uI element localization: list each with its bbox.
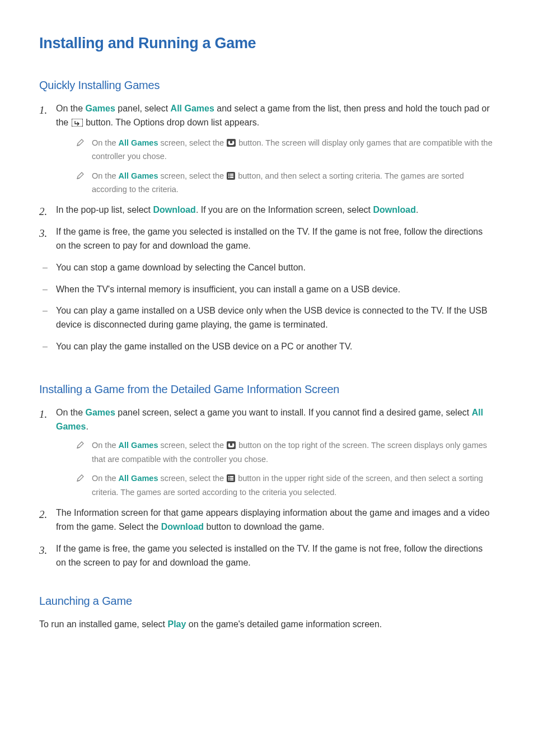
step-number: 3.	[39, 225, 47, 241]
pencil-icon	[76, 138, 84, 146]
controller-icon	[227, 440, 236, 452]
svg-rect-20	[230, 479, 233, 480]
step-number: 1.	[39, 406, 47, 422]
pencil-icon	[76, 440, 84, 448]
step-1: 1. On the Games panel, select All Games …	[56, 102, 495, 195]
note-text: screen, select the	[158, 171, 226, 180]
quick-install-steps: 1. On the Games panel, select All Games …	[39, 102, 495, 253]
section-heading-detailed-install: Installing a Game from the Detailed Game…	[39, 383, 495, 396]
step-text: button to download the game.	[204, 522, 324, 531]
keyword-all-games: All Games	[119, 138, 158, 147]
list-item: When the TV's internal memory is insuffi…	[56, 283, 495, 297]
keyword-download: Download	[153, 205, 195, 214]
list-icon	[227, 171, 235, 183]
svg-rect-2	[227, 139, 236, 147]
list-item: You can play the game installed on the U…	[56, 340, 495, 354]
step-number: 2.	[39, 203, 47, 220]
step-text: .	[86, 422, 88, 431]
list-item: You can stop a game download by selectin…	[56, 261, 495, 275]
step-3: 3. If the game is free, the game you sel…	[56, 225, 495, 253]
svg-rect-7	[228, 175, 229, 176]
svg-rect-10	[230, 177, 233, 178]
step-2: 2. The Information screen for that game …	[56, 506, 495, 534]
step-number: 2.	[39, 506, 47, 522]
step-1: 1. On the Games panel screen, select a g…	[56, 406, 495, 498]
svg-rect-8	[230, 175, 233, 176]
svg-rect-12	[227, 441, 236, 449]
svg-rect-18	[230, 478, 233, 479]
svg-rect-9	[228, 177, 229, 178]
step-1-notes: On the All Games screen, select the butt…	[56, 137, 495, 196]
note-text: On the	[92, 441, 119, 450]
keyword-all-games: All Games	[171, 104, 214, 113]
svg-rect-15	[228, 476, 229, 477]
svg-rect-16	[230, 476, 233, 477]
note: On the All Games screen, select the butt…	[76, 472, 495, 498]
note-text: On the	[92, 138, 119, 147]
list-item: You can play a game installed on a USB d…	[56, 304, 495, 332]
step-number: 3.	[39, 542, 47, 558]
svg-rect-6	[230, 174, 233, 175]
section-heading-quick-install: Quickly Installing Games	[39, 79, 495, 92]
step-text: . If you are on the Information screen, …	[196, 205, 373, 214]
page-title: Installing and Running a Game	[39, 35, 495, 52]
enter-button-icon	[72, 117, 83, 131]
para-text: To run an installed game, select	[39, 619, 167, 629]
step-text: panel, select	[115, 104, 171, 113]
keyword-all-games: All Games	[119, 171, 158, 180]
step-text: button. The Options drop down list appea…	[83, 118, 260, 127]
keyword-all-games: All Games	[119, 441, 158, 450]
step-3: 3. If the game is free, the game you sel…	[56, 542, 495, 570]
keyword-play: Play	[167, 619, 186, 629]
note: On the All Games screen, select the butt…	[76, 137, 495, 163]
step-text: If the game is free, the game you select…	[56, 544, 483, 567]
step-text: On the	[56, 104, 85, 113]
list-icon	[227, 473, 235, 486]
keyword-games: Games	[85, 408, 115, 417]
keyword-download: Download	[373, 205, 415, 214]
step-text: .	[416, 205, 418, 214]
note-text: screen, select the	[158, 441, 226, 450]
controller-icon	[227, 138, 236, 150]
note-text: On the	[92, 474, 119, 483]
step-text: panel screen, select a game you want to …	[115, 408, 472, 417]
detailed-install-steps: 1. On the Games panel screen, select a g…	[39, 406, 495, 570]
keyword-download: Download	[161, 522, 204, 531]
note-text: screen, select the	[158, 138, 226, 147]
step-text: If the game is free, the game you select…	[56, 227, 483, 250]
step-text: On the	[56, 408, 85, 417]
pencil-icon	[76, 473, 84, 481]
keyword-games: Games	[85, 104, 115, 113]
note-text: screen, select the	[158, 474, 226, 483]
keyword-all-games: All Games	[119, 474, 158, 483]
step-number: 1.	[39, 102, 47, 118]
svg-rect-19	[228, 479, 229, 480]
para-text: on the game's detailed game information …	[186, 619, 382, 629]
note-text: On the	[92, 171, 119, 180]
note: On the All Games screen, select the butt…	[76, 439, 495, 465]
quick-install-bullets: You can stop a game download by selectin…	[39, 261, 495, 354]
step-text: In the pop-up list, select	[56, 205, 153, 214]
note: On the All Games screen, select the butt…	[76, 170, 495, 196]
svg-rect-5	[228, 174, 229, 175]
pencil-icon	[76, 171, 84, 179]
step-2: 2. In the pop-up list, select Download. …	[56, 203, 495, 217]
svg-rect-17	[228, 478, 229, 479]
section-heading-launching: Launching a Game	[39, 595, 495, 608]
launching-paragraph: To run an installed game, select Play on…	[39, 618, 495, 632]
step-1-notes: On the All Games screen, select the butt…	[56, 439, 495, 498]
